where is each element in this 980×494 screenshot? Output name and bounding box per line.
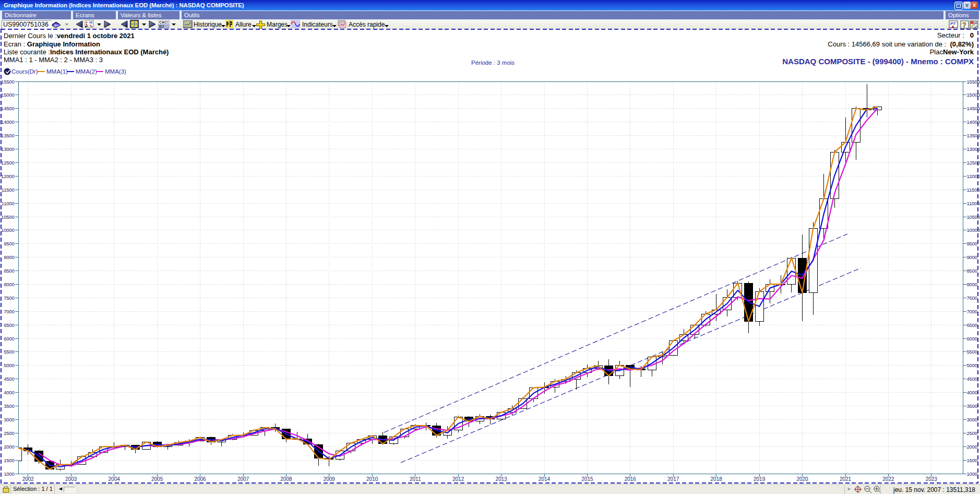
svg-text:6500: 6500: [967, 322, 977, 328]
svg-text:8500: 8500: [967, 268, 977, 274]
svg-text:1000: 1000: [967, 471, 977, 477]
svg-text:2023: 2023: [926, 476, 938, 482]
svg-text:13500: 13500: [1, 133, 14, 138]
svg-text:2014: 2014: [539, 476, 551, 482]
svg-text:2004: 2004: [109, 476, 121, 482]
svg-text:14000: 14000: [1, 119, 14, 125]
svg-text:2500: 2500: [4, 430, 14, 436]
svg-text:2018: 2018: [711, 476, 723, 482]
svg-text:7000: 7000: [967, 309, 977, 314]
svg-text:5500: 5500: [967, 349, 977, 355]
svg-text:14500: 14500: [1, 105, 14, 111]
svg-text:4000: 4000: [967, 390, 977, 395]
svg-text:14500: 14500: [967, 105, 980, 111]
svg-text:2012: 2012: [452, 476, 464, 482]
svg-text:14000: 14000: [967, 119, 980, 125]
svg-text:13500: 13500: [967, 133, 980, 138]
svg-text:6000: 6000: [967, 336, 977, 342]
svg-text:2022: 2022: [882, 476, 894, 482]
svg-text:2011: 2011: [410, 476, 421, 482]
svg-text:2005: 2005: [151, 476, 163, 482]
svg-text:12500: 12500: [967, 160, 980, 166]
svg-text:12000: 12000: [967, 173, 980, 179]
svg-text:3500: 3500: [4, 403, 14, 409]
svg-text:3500: 3500: [967, 403, 977, 409]
svg-text:2000: 2000: [967, 444, 977, 450]
svg-text:2500: 2500: [967, 430, 977, 436]
svg-text:8000: 8000: [967, 281, 977, 287]
svg-text:15500: 15500: [1, 79, 14, 85]
svg-text:13000: 13000: [967, 146, 980, 152]
svg-text:12000: 12000: [1, 173, 14, 179]
svg-text:2021: 2021: [840, 476, 852, 482]
svg-text:5000: 5000: [4, 362, 14, 368]
svg-text:3000: 3000: [4, 417, 14, 422]
svg-text:6000: 6000: [4, 336, 14, 342]
svg-text:2015: 2015: [581, 476, 593, 482]
svg-text:1000: 1000: [4, 471, 14, 477]
svg-text:7500: 7500: [967, 295, 977, 301]
svg-text:2019: 2019: [754, 476, 766, 482]
svg-text:2002: 2002: [22, 476, 34, 482]
svg-text:8000: 8000: [4, 281, 14, 287]
svg-text:10000: 10000: [967, 227, 980, 233]
svg-text:4000: 4000: [4, 390, 14, 395]
svg-text:11000: 11000: [967, 201, 980, 206]
svg-text:MMA(1): MMA(1): [46, 68, 68, 75]
svg-text:11500: 11500: [967, 187, 980, 193]
svg-text:9500: 9500: [967, 241, 977, 246]
svg-text:2006: 2006: [194, 476, 206, 482]
svg-text:2016: 2016: [625, 476, 637, 482]
svg-text:2008: 2008: [280, 476, 292, 482]
svg-text:MMA(2): MMA(2): [76, 68, 97, 75]
svg-text:11000: 11000: [2, 201, 15, 206]
svg-text:4500: 4500: [4, 376, 14, 382]
svg-text:5500: 5500: [4, 349, 14, 355]
svg-text:2017: 2017: [667, 476, 679, 482]
svg-text:9000: 9000: [967, 254, 977, 260]
svg-text:3000: 3000: [967, 417, 977, 422]
svg-text:10000: 10000: [1, 227, 14, 233]
svg-text:10500: 10500: [967, 214, 980, 220]
svg-text:2003: 2003: [65, 476, 77, 482]
svg-text:2009: 2009: [324, 476, 336, 482]
svg-text:1500: 1500: [4, 457, 14, 463]
svg-text:12500: 12500: [1, 160, 14, 166]
svg-text:6500: 6500: [4, 322, 14, 328]
svg-text:MMA(3): MMA(3): [105, 68, 126, 75]
svg-text:2013: 2013: [495, 476, 507, 482]
svg-text:5000: 5000: [967, 362, 977, 368]
svg-text:10500: 10500: [1, 214, 14, 220]
svg-text:8500: 8500: [4, 268, 14, 274]
svg-text:4500: 4500: [967, 376, 977, 382]
svg-text:15000: 15000: [1, 92, 14, 98]
svg-text:15500: 15500: [967, 79, 980, 85]
svg-text:9000: 9000: [4, 254, 14, 260]
svg-text:9500: 9500: [4, 241, 14, 246]
svg-text:7000: 7000: [4, 309, 14, 314]
svg-text:Cours(Dr): Cours(Dr): [11, 68, 38, 75]
svg-text:2010: 2010: [366, 476, 378, 482]
svg-text:1500: 1500: [967, 457, 977, 463]
svg-text:2020: 2020: [796, 476, 808, 482]
svg-text:7500: 7500: [4, 295, 14, 301]
svg-text:2000: 2000: [4, 444, 14, 450]
svg-text:15000: 15000: [967, 92, 980, 98]
svg-text:2007: 2007: [237, 476, 249, 482]
svg-text:11500: 11500: [2, 187, 15, 193]
svg-text:13000: 13000: [1, 146, 14, 152]
